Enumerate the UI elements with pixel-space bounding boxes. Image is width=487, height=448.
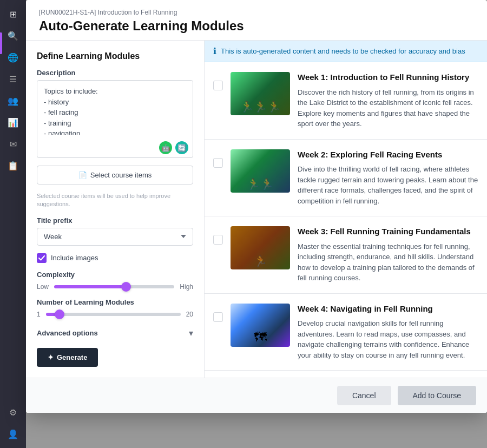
module-item-2: 🏃🏃 Week 2: Exploring Fell Racing Events …: [205, 140, 487, 217]
modal-header: × [RUN00021H-S1-A] Introduction to Fell …: [26, 0, 487, 41]
modal-overlay: × [RUN00021H-S1-A] Introduction to Fell …: [26, 0, 487, 448]
advanced-options-label: Advanced options: [37, 329, 98, 337]
include-images-label: Include images: [51, 254, 98, 262]
ai-icon-green[interactable]: 🤖: [159, 141, 172, 154]
sidebar-icon-search[interactable]: 🔍: [3, 26, 23, 45]
modules-slider-row: 1 20: [37, 311, 193, 318]
sidebar-accent-bar: [0, 32, 2, 54]
runners-icon-3: 🏃: [254, 254, 267, 267]
sidebar-icon-analytics[interactable]: 📊: [3, 113, 23, 132]
module-desc-2: Dive into the thrilling world of fell ra…: [298, 164, 478, 206]
complexity-section: Complexity Low High: [37, 271, 193, 291]
modules-thumb: [55, 309, 64, 319]
complexity-slider[interactable]: [54, 285, 174, 288]
include-images-row: Include images: [37, 253, 193, 263]
cancel-button[interactable]: Cancel: [337, 386, 391, 405]
sparkle-icon: ✦: [48, 353, 54, 361]
description-label: Description: [37, 69, 193, 77]
sidebar-icon-menu[interactable]: ☰: [3, 69, 23, 89]
sidebar-icon-profile[interactable]: 👤: [3, 424, 23, 444]
sidebar-icon-users[interactable]: 👥: [3, 91, 23, 110]
module-desc-3: Master the essential training techniques…: [298, 241, 478, 284]
left-panel: Define Learning Modules Description Topi…: [26, 41, 205, 378]
sidebar: ⊞ 🔍 🌐 ☰ 👥 📊 ✉ 📋 ⚙ 👤: [0, 0, 26, 448]
modal: × [RUN00021H-S1-A] Introduction to Fell …: [26, 0, 487, 413]
description-textarea[interactable]: Topics to include: - history - fell raci…: [37, 81, 193, 135]
title-prefix-select[interactable]: Week Module Unit Chapter Section: [37, 228, 193, 246]
title-prefix-field: Title prefix Week Module Unit Chapter Se…: [37, 216, 193, 246]
modal-title: Auto-Generate Learning Modules: [39, 18, 474, 34]
chevron-down-icon: ▾: [189, 328, 193, 338]
module-title-1: Week 1: Introduction to Fell Running His…: [298, 72, 478, 83]
module-title-2: Week 2: Exploring Fell Racing Events: [298, 149, 478, 160]
module-content-4: Week 4: Navigating in Fell Running Devel…: [298, 304, 478, 361]
module-item-4: 🗺 Week 4: Navigating in Fell Running Dev…: [205, 294, 487, 371]
module-item-3: 🏃 Week 3: Fell Running Training Fundamen…: [205, 216, 487, 294]
left-panel-title: Define Learning Modules: [37, 51, 193, 61]
sidebar-icon-settings[interactable]: ⚙: [3, 403, 23, 422]
sidebar-icon-reports[interactable]: 📋: [3, 156, 23, 175]
info-banner: ℹ This is auto-generated content and nee…: [205, 41, 487, 62]
modules-list: 🏃🏃🏃 Week 1: Introduction to Fell Running…: [205, 62, 487, 378]
runners-icon-1: 🏃🏃🏃: [240, 100, 281, 113]
module-content-2: Week 2: Exploring Fell Racing Events Div…: [298, 149, 478, 207]
module-desc-4: Develop crucial navigation skills for fe…: [298, 318, 478, 360]
modal-body: Define Learning Modules Description Topi…: [26, 41, 487, 378]
checkmark-icon: [38, 255, 45, 261]
module-image-3: 🏃: [231, 226, 290, 269]
module-checkbox-2[interactable]: [213, 158, 223, 168]
complexity-high-label: High: [180, 283, 193, 291]
module-checkbox-1[interactable]: [213, 81, 223, 90]
description-field: Description Topics to include: - history…: [37, 69, 193, 158]
module-desc-1: Discover the rich history of fell runnin…: [298, 87, 478, 129]
module-item-1: 🏃🏃🏃 Week 1: Introduction to Fell Running…: [205, 62, 487, 140]
document-icon: 📄: [78, 171, 87, 179]
module-image-4: 🗺: [231, 304, 290, 347]
modules-count-label: Number of Learning Modules: [37, 298, 193, 306]
modal-footer: Cancel Add to Course: [26, 378, 487, 413]
breadcrumb: [RUN00021H-S1-A] Introduction to Fell Ru…: [39, 9, 474, 16]
sidebar-icon-globe[interactable]: 🌐: [3, 48, 23, 67]
module-title-3: Week 3: Fell Running Training Fundamenta…: [298, 226, 478, 237]
sidebar-icon-home[interactable]: ⊞: [3, 4, 23, 24]
hint-text: Selected course items will be used to he…: [37, 192, 193, 209]
ai-icon-teal[interactable]: 🔄: [175, 141, 188, 154]
main-container: × [RUN00021H-S1-A] Introduction to Fell …: [26, 0, 487, 448]
module-image-1: 🏃🏃🏃: [231, 72, 290, 115]
modules-max-label: 20: [186, 311, 193, 318]
sidebar-icon-messages[interactable]: ✉: [3, 134, 23, 154]
add-to-course-button[interactable]: Add to Course: [398, 386, 477, 405]
complexity-low-label: Low: [37, 283, 49, 291]
complexity-slider-row: Low High: [37, 283, 193, 291]
modules-count-section: Number of Learning Modules 1 20: [37, 298, 193, 318]
select-course-button[interactable]: 📄 Select course items: [37, 166, 193, 185]
include-images-checkbox[interactable]: [37, 253, 47, 263]
complexity-label: Complexity: [37, 271, 193, 279]
runners-icon-2: 🏃🏃: [247, 177, 274, 190]
generate-button[interactable]: ✦ Generate: [37, 348, 98, 367]
module-image-2: 🏃🏃: [231, 149, 290, 193]
module-title-4: Week 4: Navigating in Fell Running: [298, 304, 478, 314]
module-checkbox-4[interactable]: [213, 312, 223, 322]
modules-min-label: 1: [37, 311, 41, 318]
module-checkbox-3[interactable]: [213, 235, 223, 245]
modules-slider[interactable]: [46, 313, 181, 316]
info-text: This is auto-generated content and needs…: [221, 47, 465, 55]
advanced-options-toggle[interactable]: Advanced options ▾: [37, 326, 193, 340]
module-content-1: Week 1: Introduction to Fell Running His…: [298, 72, 478, 129]
complexity-thumb: [121, 282, 131, 292]
title-prefix-label: Title prefix: [37, 216, 193, 225]
navigator-icon: 🗺: [254, 330, 267, 345]
module-content-3: Week 3: Fell Running Training Fundamenta…: [298, 226, 478, 284]
right-panel: ℹ This is auto-generated content and nee…: [205, 41, 487, 378]
info-icon: ℹ: [213, 46, 216, 56]
